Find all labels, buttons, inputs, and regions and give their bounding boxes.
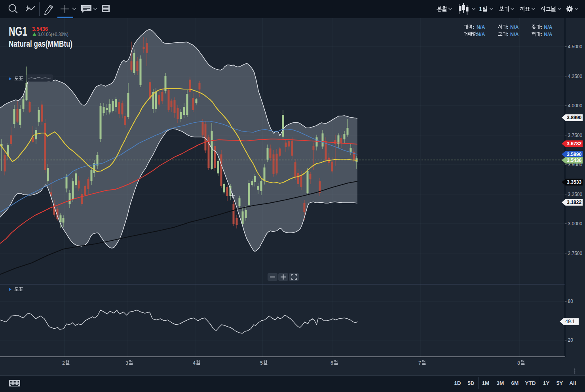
svg-text:1D: 1D [454,380,461,386]
svg-text:3.5890: 3.5890 [567,152,581,157]
svg-text:N/A: N/A [477,32,485,37]
svg-text:N/A: N/A [477,25,485,30]
svg-text:3.5436: 3.5436 [567,158,581,163]
svg-text::: : [540,25,542,30]
svg-text:3.6782: 3.6782 [567,141,581,147]
svg-text:4.5000: 4.5000 [568,44,583,49]
svg-text:1Y: 1Y [543,380,550,386]
svg-text:3.8990: 3.8990 [567,115,581,120]
svg-text:Natural gas(MMBtu): Natural gas(MMBtu) [9,39,72,49]
svg-text:3: 3 [125,360,128,366]
svg-text::: : [507,25,508,30]
svg-text:All: All [569,380,576,386]
svg-text:YTD: YTD [525,380,536,386]
svg-text:0.0106(+0.30%): 0.0106(+0.30%) [38,31,68,37]
svg-text:N/A: N/A [510,25,519,30]
svg-text:8: 8 [517,360,520,366]
svg-text:4: 4 [193,360,196,366]
svg-text::: : [507,32,508,37]
svg-text:3.0000: 3.0000 [568,221,583,226]
svg-text:2: 2 [62,360,65,366]
svg-text:N/A: N/A [544,25,553,30]
svg-text:4.0000: 4.0000 [568,103,583,108]
svg-text:6M: 6M [511,380,519,386]
svg-text:1: 1 [479,6,482,12]
svg-text:3.3533: 3.3533 [567,179,581,185]
svg-text:N/A: N/A [544,32,553,37]
svg-text:5D: 5D [467,380,475,386]
svg-text:80: 80 [568,299,574,304]
svg-text::: : [540,32,542,37]
svg-text:2.7500: 2.7500 [568,251,583,256]
svg-text:49.1: 49.1 [565,319,575,324]
svg-text:6: 6 [330,360,333,366]
svg-text:7: 7 [418,360,421,366]
svg-text:5: 5 [260,360,263,366]
svg-text:NG1: NG1 [9,24,27,38]
svg-text:1M: 1M [482,380,490,386]
svg-text:3.1822: 3.1822 [567,200,581,205]
svg-text:3.2500: 3.2500 [568,192,583,197]
svg-text:5Y: 5Y [557,380,563,386]
svg-text:3M: 3M [497,380,504,386]
svg-text:3.7500: 3.7500 [568,133,583,138]
svg-text:N/A: N/A [510,32,519,37]
svg-text:20: 20 [568,337,574,343]
svg-text::: : [473,25,474,30]
svg-text:4.2500: 4.2500 [568,74,583,79]
